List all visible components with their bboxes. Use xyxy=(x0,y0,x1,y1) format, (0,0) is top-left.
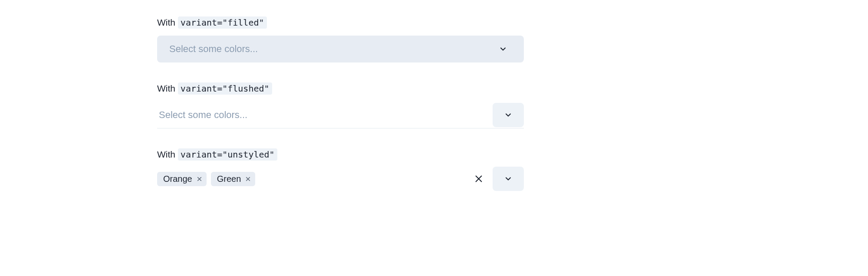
select-unstyled[interactable]: Orange Green xyxy=(157,168,524,190)
label-flushed: With variant="flushed" xyxy=(157,83,524,94)
placeholder-filled: Select some colors... xyxy=(169,43,494,55)
code-filled: variant="filled" xyxy=(178,16,267,29)
tag-label: Green xyxy=(217,174,241,184)
code-flushed: variant="flushed" xyxy=(178,82,272,95)
tag-orange: Orange xyxy=(157,172,207,186)
label-prefix: With xyxy=(157,17,178,27)
close-icon[interactable] xyxy=(245,176,251,182)
label-prefix: With xyxy=(157,83,178,93)
section-flushed: With variant="flushed" Select some color… xyxy=(157,83,524,128)
chevron-down-icon[interactable] xyxy=(493,103,524,127)
chevron-down-icon[interactable] xyxy=(494,40,512,58)
section-filled: With variant="filled" Select some colors… xyxy=(157,17,524,62)
label-prefix: With xyxy=(157,149,178,159)
code-unstyled: variant="unstyled" xyxy=(178,148,277,161)
placeholder-flushed: Select some colors... xyxy=(159,109,493,121)
select-flushed[interactable]: Select some colors... xyxy=(157,102,524,128)
chevron-down-icon[interactable] xyxy=(493,167,524,191)
section-unstyled: With variant="unstyled" Orange Green xyxy=(157,149,524,190)
label-unstyled: With variant="unstyled" xyxy=(157,149,524,160)
label-filled: With variant="filled" xyxy=(157,17,524,28)
tag-label: Orange xyxy=(163,174,192,184)
tags-container: Orange Green xyxy=(157,172,470,186)
select-filled[interactable]: Select some colors... xyxy=(157,36,524,62)
clear-all-icon[interactable] xyxy=(470,170,487,187)
close-icon[interactable] xyxy=(197,176,202,182)
tag-green: Green xyxy=(211,172,256,186)
